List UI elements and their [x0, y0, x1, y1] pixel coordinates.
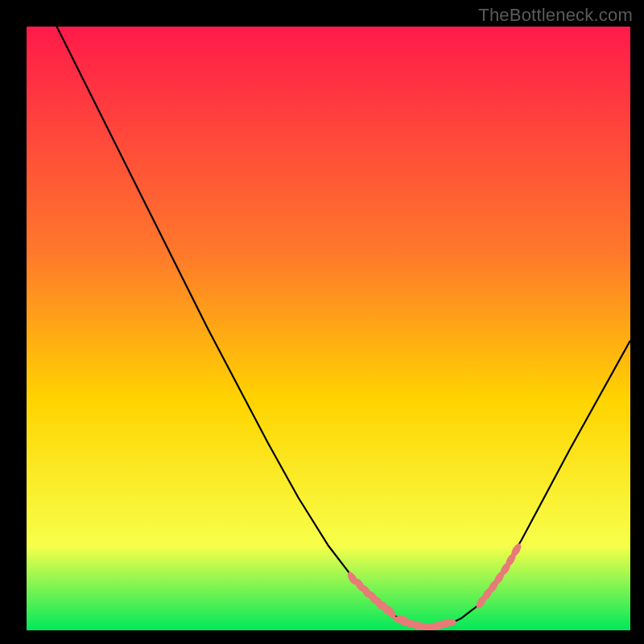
highlight-dot — [442, 619, 456, 626]
watermark-text: TheBottleneck.com — [478, 5, 633, 26]
gradient-background — [27, 27, 630, 630]
bottleneck-chart — [27, 27, 630, 630]
chart-frame — [27, 27, 630, 630]
